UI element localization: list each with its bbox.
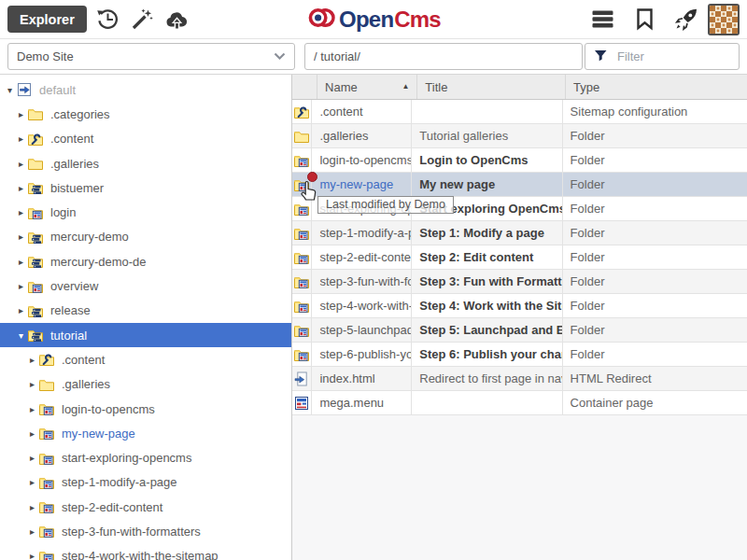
- table-row-step-1-modify-a-page[interactable]: step-1-modify-a-pageStep 1: Modify a pag…: [292, 221, 747, 245]
- user-avatar[interactable]: [708, 4, 740, 35]
- expand-arrow-icon[interactable]: ▸: [26, 404, 38, 414]
- tree-item-step-1-modify-a-page[interactable]: ▸step-1-modify-a-page: [0, 470, 291, 495]
- expand-arrow-icon[interactable]: ▸: [26, 477, 38, 487]
- bookmark-icon[interactable]: [631, 6, 658, 33]
- expand-arrow-icon[interactable]: ▸: [15, 257, 27, 267]
- table-row-step-3-fun-with-formatters[interactable]: step-3-fun-with-formattersStep 3: Fun wi…: [292, 270, 747, 294]
- expand-arrow-icon[interactable]: ▸: [26, 453, 38, 463]
- cell-name[interactable]: step-6-publish-your-changes: [312, 343, 412, 366]
- tree-item-step-2-edit-content[interactable]: ▸step-2-edit-content: [0, 495, 291, 519]
- folderLayout-icon: [38, 473, 56, 491]
- tree-item-my-new-page[interactable]: ▸my-new-page: [0, 421, 291, 445]
- publish-cloud-icon[interactable]: [163, 6, 190, 33]
- tree-item-.galleries[interactable]: ▸.galleries: [0, 372, 291, 397]
- tree-item-mercury-demo[interactable]: ▸mercury-demo: [0, 225, 291, 249]
- folderStack-icon: [27, 228, 45, 245]
- cell-name[interactable]: .galleries: [312, 124, 412, 147]
- expand-arrow-icon[interactable]: ▸: [15, 183, 27, 193]
- explorer-view-button[interactable]: Explorer: [7, 6, 87, 33]
- expand-arrow-icon[interactable]: ▸: [26, 379, 38, 389]
- cell-type: Sitemap configuration: [563, 100, 747, 123]
- tree-item-start-exploring-opencms[interactable]: ▸start-exploring-opencms: [0, 445, 291, 469]
- tree-item-step-4-work-with-the-sitemap[interactable]: ▸step-4-work-with-the-sitemap: [0, 544, 291, 560]
- tree-item-login-to-opencms[interactable]: ▸login-to-opencms: [0, 397, 291, 421]
- table-row-step-2-edit-content[interactable]: step-2-edit-contentStep 2: Edit contentF…: [292, 245, 747, 270]
- rocket-icon[interactable]: [673, 6, 700, 33]
- tree-item-label: bistuemer: [50, 181, 104, 195]
- table-header: Name ▲ Title Type: [292, 75, 747, 100]
- expand-arrow-icon[interactable]: ▸: [15, 207, 27, 217]
- table-row-step-5-launchpad-and-explorer[interactable]: step-5-launchpad-and-explorerStep 5: Lau…: [292, 318, 747, 343]
- table-row-.content[interactable]: .contentSitemap configuration: [292, 100, 747, 124]
- collapse-arrow-icon[interactable]: ▾: [15, 330, 27, 341]
- table-row-index.html[interactable]: index.htmlRedirect to first page in navi…: [292, 367, 747, 391]
- folderLayout-icon: [38, 498, 56, 516]
- expand-arrow-icon[interactable]: ▸: [26, 428, 38, 439]
- expand-arrow-icon[interactable]: ▸: [15, 133, 27, 144]
- logo-text-cms: Cms: [394, 7, 441, 33]
- table-row-step-4-work-with-the-sitemap[interactable]: step-4-work-with-the-sitemapStep 4: Work…: [292, 294, 747, 318]
- collapse-arrow-icon[interactable]: ▾: [4, 85, 16, 95]
- tree-item-default[interactable]: ▾default: [0, 77, 291, 102]
- cell-name[interactable]: step-3-fun-with-formatters: [312, 270, 412, 293]
- tree-item-.galleries[interactable]: ▸.galleries: [0, 151, 291, 175]
- magic-wand-icon[interactable]: [129, 6, 156, 33]
- expand-arrow-icon[interactable]: ▸: [26, 355, 38, 365]
- expand-arrow-icon[interactable]: ▸: [26, 502, 38, 512]
- filter-box[interactable]: [585, 43, 740, 70]
- toolbar-right-icons: [582, 4, 740, 35]
- expand-arrow-icon[interactable]: ▸: [15, 159, 27, 169]
- tree-item-.content[interactable]: ▸.content: [0, 347, 291, 371]
- cell-name[interactable]: step-2-edit-content: [312, 245, 412, 269]
- tree-item-overview[interactable]: ▸overview: [0, 273, 291, 298]
- tree-item-label: default: [39, 83, 76, 97]
- column-header-type[interactable]: Type: [566, 75, 747, 99]
- cell-title: Step 2: Edit content: [412, 245, 562, 269]
- tree-item-label: login: [50, 205, 76, 219]
- expand-arrow-icon[interactable]: ▸: [26, 551, 38, 560]
- folderLayout-icon: [292, 294, 312, 317]
- expand-arrow-icon[interactable]: ▸: [15, 281, 27, 291]
- column-header-name[interactable]: Name ▲: [317, 75, 417, 99]
- cell-name[interactable]: index.html: [312, 367, 412, 390]
- table-row-.galleries[interactable]: .galleriesTutorial galleriesFolder: [292, 124, 747, 148]
- tree-item-.content[interactable]: ▸.content: [0, 127, 291, 151]
- tree-item-label: .categories: [50, 107, 110, 121]
- history-icon[interactable]: [94, 6, 121, 33]
- path-input[interactable]: [304, 43, 583, 70]
- cell-name[interactable]: login-to-opencms: [312, 148, 412, 172]
- column-header-title[interactable]: Title: [417, 75, 566, 99]
- opencms-logo: Open Cms: [306, 4, 441, 35]
- tree-item-step-3-fun-with-formatters[interactable]: ▸step-3-fun-with-formatters: [0, 519, 291, 543]
- tree-item-mercury-demo-de[interactable]: ▸mercury-demo-de: [0, 249, 291, 273]
- menu-icon[interactable]: [589, 6, 616, 33]
- folderLayout-icon: [38, 523, 56, 540]
- expand-arrow-icon[interactable]: ▸: [26, 526, 38, 537]
- expand-arrow-icon[interactable]: ▸: [15, 231, 27, 242]
- tree-item-login[interactable]: ▸login: [0, 200, 291, 224]
- expand-arrow-icon[interactable]: ▸: [15, 109, 27, 119]
- cell-name[interactable]: mega.menu: [312, 391, 412, 414]
- tree-item-label: .galleries: [62, 377, 110, 391]
- folder-icon: [38, 375, 56, 393]
- cell-name[interactable]: step-4-work-with-the-sitemap: [312, 294, 412, 317]
- expand-arrow-icon[interactable]: ▸: [15, 305, 27, 315]
- column-header-icon[interactable]: [292, 75, 317, 99]
- table-row-mega.menu[interactable]: mega.menuContainer page: [292, 391, 747, 415]
- cell-name[interactable]: step-5-launchpad-and-explorer: [312, 318, 412, 342]
- site-selector[interactable]: Demo Site: [7, 43, 295, 70]
- cell-name[interactable]: step-1-modify-a-page: [312, 221, 412, 245]
- table-row-login-to-opencms[interactable]: login-to-opencmsLogin to OpenCmsFolder: [292, 148, 747, 173]
- filter-input[interactable]: [615, 49, 730, 64]
- tree-item-.categories[interactable]: ▸.categories: [0, 102, 291, 126]
- tree-item-label: .galleries: [50, 157, 99, 171]
- folderLayout-icon: [27, 203, 45, 221]
- cell-type: Folder: [563, 173, 747, 196]
- tree-item-tutorial[interactable]: ▾tutorial: [0, 323, 291, 347]
- tree-item-release[interactable]: ▸release: [0, 299, 291, 323]
- table-row-my-new-page[interactable]: my-new-pageMy new pageFolder: [292, 173, 747, 197]
- cell-name[interactable]: my-new-page: [312, 173, 412, 196]
- tree-item-bistuemer[interactable]: ▸bistuemer: [0, 175, 291, 200]
- table-row-step-6-publish-your-changes[interactable]: step-6-publish-your-changesStep 6: Publi…: [292, 343, 747, 367]
- cell-name[interactable]: .content: [312, 100, 412, 123]
